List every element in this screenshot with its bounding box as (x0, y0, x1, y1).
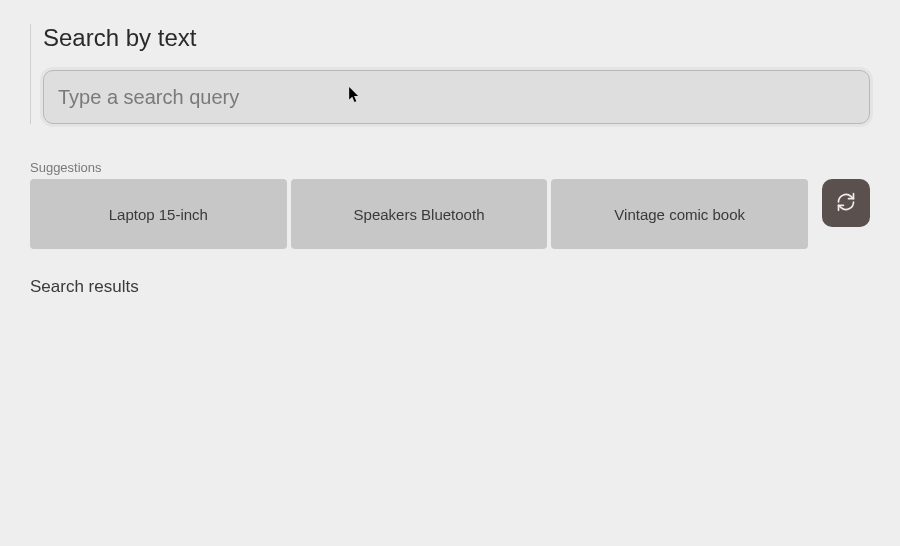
suggestions-label: Suggestions (30, 160, 870, 175)
suggestion-chip-label: Speakers Bluetooth (354, 206, 485, 223)
suggestions-row: Laptop 15-inch Speakers Bluetooth Vintag… (30, 179, 870, 249)
refresh-icon (836, 192, 856, 215)
suggestion-chip[interactable]: Laptop 15-inch (30, 179, 287, 249)
refresh-suggestions-button[interactable] (822, 179, 870, 227)
search-input[interactable] (43, 70, 870, 124)
suggestion-chip-label: Vintage comic book (614, 206, 745, 223)
search-header-block: Search by text (30, 24, 870, 124)
suggestion-chip[interactable]: Speakers Bluetooth (291, 179, 548, 249)
search-results-title: Search results (30, 277, 870, 297)
suggestion-chip[interactable]: Vintage comic book (551, 179, 808, 249)
page-title: Search by text (43, 24, 870, 52)
suggestion-chip-label: Laptop 15-inch (109, 206, 208, 223)
